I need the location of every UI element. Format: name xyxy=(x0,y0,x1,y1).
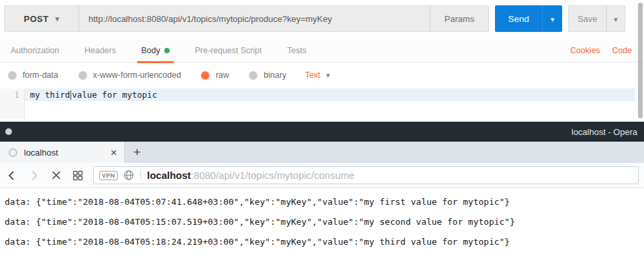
window-title: localhost - Opera xyxy=(571,127,637,137)
chevron-down-icon: ▾ xyxy=(326,72,330,79)
method-label: POST xyxy=(24,14,49,24)
url-input[interactable]: http://localhost:8080/api/v1/topics/myto… xyxy=(79,6,430,31)
radio-icon xyxy=(8,71,17,80)
radio-selected-icon xyxy=(201,71,210,80)
close-tab-icon[interactable]: × xyxy=(108,147,119,158)
body-editor[interactable]: 1 my third value for mytopic xyxy=(0,88,635,119)
send-button[interactable]: Send xyxy=(495,5,543,32)
url-group: POST ▾ http://localhost:8080/api/v1/topi… xyxy=(4,5,489,32)
url-host: localhost xyxy=(147,170,191,181)
request-tabs: Authorization Headers Body Pre-request S… xyxy=(0,39,644,63)
url-path: :8080/api/v1/topics/mytopic/consume xyxy=(191,170,355,181)
screen: POST ▾ http://localhost:8080/api/v1/topi… xyxy=(0,0,644,268)
tab-authorization[interactable]: Authorization xyxy=(7,39,63,63)
sse-data-line: data: {"time":"2018-08-04T05:18:24.219+0… xyxy=(5,232,644,252)
favicon-loading-icon xyxy=(9,148,17,157)
sse-data-line: data: {"time":"2018-08-04T05:07:41.648+0… xyxy=(5,192,644,212)
radio-raw[interactable]: raw xyxy=(201,70,229,80)
tab-tests[interactable]: Tests xyxy=(283,39,310,63)
window-menu-icon[interactable] xyxy=(5,128,12,135)
stop-button[interactable] xyxy=(46,166,66,186)
editor-content[interactable]: my third value for mytopic xyxy=(25,88,635,119)
forward-button[interactable] xyxy=(24,166,44,186)
send-group: Send ▾ xyxy=(495,5,562,32)
chevron-down-icon: ▾ xyxy=(614,16,618,23)
text-cursor xyxy=(71,90,71,100)
globe-icon[interactable] xyxy=(123,170,134,181)
url-value: http://localhost:8080/api/v1/topics/myto… xyxy=(88,14,332,24)
request-bar: POST ▾ http://localhost:8080/api/v1/topi… xyxy=(4,5,625,32)
editor-gutter: 1 xyxy=(0,88,25,119)
body-has-content-dot xyxy=(164,48,170,53)
tab-headers[interactable]: Headers xyxy=(80,39,120,63)
format-select[interactable]: Text ▾ xyxy=(305,70,329,80)
postman-panel: POST ▾ http://localhost:8080/api/v1/topi… xyxy=(0,0,644,122)
send-options-button[interactable]: ▾ xyxy=(543,5,562,32)
back-button[interactable] xyxy=(2,166,22,186)
line-number: 1 xyxy=(0,90,19,100)
radio-icon xyxy=(249,71,257,80)
code-link[interactable]: Code xyxy=(612,46,632,55)
tab-body[interactable]: Body xyxy=(137,39,174,63)
save-button[interactable]: Save xyxy=(568,5,607,32)
params-button[interactable]: Params xyxy=(430,6,488,31)
sse-data-line: data: {"time":"2018-08-04T05:15:07.519+0… xyxy=(5,212,644,232)
chevron-down-icon: ▾ xyxy=(55,15,59,23)
radio-form-data[interactable]: form-data xyxy=(8,70,59,80)
page-content: data: {"time":"2018-08-04T05:07:41.648+0… xyxy=(0,188,644,268)
opera-tabbar: localhost × + xyxy=(0,142,644,163)
url-text: localhost:8080/api/v1/topics/mytopic/con… xyxy=(147,170,355,181)
radio-icon xyxy=(79,71,87,80)
cookies-link[interactable]: Cookies xyxy=(570,46,600,55)
tab-title: localhost xyxy=(24,148,108,158)
radio-binary[interactable]: binary xyxy=(249,70,286,80)
browser-tab-localhost[interactable]: localhost × xyxy=(0,142,125,163)
vpn-badge[interactable]: VPN xyxy=(99,171,118,180)
chevron-down-icon: ▾ xyxy=(551,16,555,23)
save-options-button[interactable]: ▾ xyxy=(607,5,625,32)
editor-active-line[interactable]: my third value for mytopic xyxy=(25,88,635,101)
opera-toolbar: VPN localhost:8080/api/v1/topics/mytopic… xyxy=(0,163,644,188)
scrollbar[interactable] xyxy=(638,3,643,118)
new-tab-button[interactable]: + xyxy=(125,142,149,163)
method-dropdown[interactable]: POST ▾ xyxy=(5,6,79,31)
divider xyxy=(140,170,141,181)
radio-x-www-form-urlencoded[interactable]: x-www-form-urlencoded xyxy=(79,70,182,80)
address-bar[interactable]: VPN localhost:8080/api/v1/topics/mytopic… xyxy=(93,166,639,184)
tab-tiles-icon[interactable] xyxy=(68,166,88,186)
save-group: Save ▾ xyxy=(568,5,625,32)
opera-titlebar: localhost - Opera xyxy=(0,122,644,142)
body-type-row: form-data x-www-form-urlencoded raw bina… xyxy=(0,63,644,88)
tab-pre-request-script[interactable]: Pre-request Script xyxy=(191,39,266,63)
